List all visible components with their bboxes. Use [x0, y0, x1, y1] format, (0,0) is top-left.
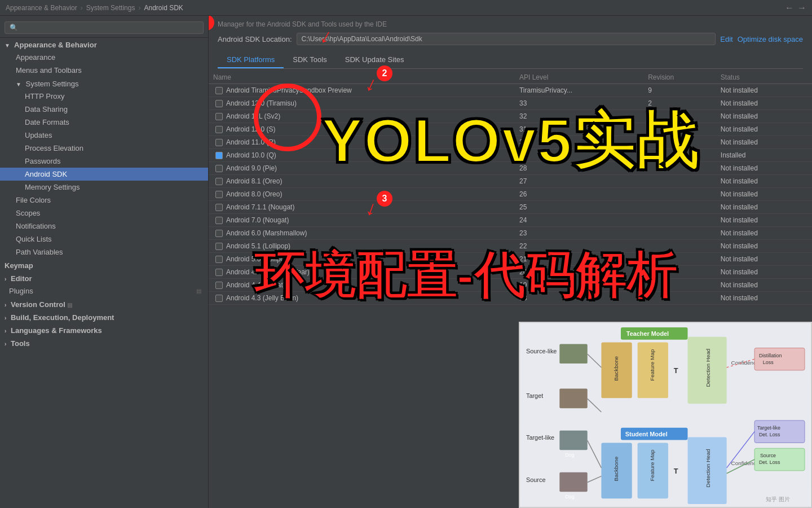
row-name: Android 11.0 (R) — [209, 136, 515, 149]
sidebar-group-label: Languages & Frameworks — [11, 326, 102, 335]
row-checkbox[interactable] — [215, 100, 223, 107]
sidebar-item-process-elevation[interactable]: Process Elevation — [0, 142, 208, 155]
row-rev — [643, 279, 716, 292]
row-name: Android 4.3 (Jelly Bean) — [209, 292, 515, 305]
svg-text:Student Model: Student Model — [625, 431, 668, 437]
forward-arrow-icon[interactable]: → — [797, 3, 806, 13]
breadcrumb-part-2[interactable]: System Settings — [86, 4, 135, 12]
row-checkbox[interactable] — [215, 243, 223, 250]
breadcrumb-part-3: Android SDK — [144, 4, 183, 12]
svg-text:Backbone: Backbone — [613, 356, 619, 380]
tab-sdk-tools[interactable]: SDK Tools — [284, 52, 336, 68]
svg-text:知乎 图片: 知乎 图片 — [766, 496, 790, 502]
back-arrow-icon[interactable]: ← — [785, 3, 794, 13]
row-checkbox[interactable] — [215, 126, 223, 133]
row-name-text: Android 7.1.1 (Nougat) — [226, 203, 294, 211]
row-checkbox[interactable] — [215, 165, 223, 172]
svg-text:T: T — [674, 467, 678, 475]
sidebar-item-menus-toolbars[interactable]: Menus and Toolbars — [0, 64, 208, 77]
search-input[interactable] — [5, 21, 204, 34]
table-row: Android 12L (Sv2)321Not installed — [209, 110, 812, 123]
sidebar-item-data-sharing[interactable]: Data Sharing — [0, 103, 208, 116]
svg-rect-31 — [754, 348, 805, 370]
row-name: Android 10.0 (Q) — [209, 149, 515, 162]
sidebar-item-plugins[interactable]: Plugins ▤ — [0, 284, 208, 297]
row-status: Not installed — [716, 227, 812, 240]
sidebar-item-scopes[interactable]: Scopes — [0, 207, 208, 220]
row-status: Not installed — [716, 136, 812, 149]
table-row: Android 9.0 (Pie)28Not installed — [209, 162, 812, 175]
sidebar-group-build[interactable]: › Build, Execution, Deployment — [0, 310, 208, 323]
sidebar-group-languages[interactable]: › Languages & Frameworks — [0, 323, 208, 336]
row-checkbox[interactable] — [215, 113, 223, 120]
row-name: Android 5.0 (Lollipop) — [209, 253, 515, 266]
row-checkbox[interactable] — [215, 282, 223, 289]
nav-arrows: ← → — [785, 3, 806, 13]
row-name-text: Android 4.4 (KitKat) — [226, 281, 285, 289]
expand-arrow-icon: › — [5, 328, 6, 334]
sdk-table-body: Android TiramisuPrivacySandbox PreviewTi… — [209, 84, 812, 305]
row-name-text: Android 8.1 (Oreo) — [226, 177, 282, 185]
row-name: Android TiramisuPrivacySandbox Preview — [209, 84, 515, 97]
sidebar-item-notifications[interactable]: Notifications — [0, 220, 208, 233]
sidebar-item-android-sdk[interactable]: Android SDK — [0, 168, 208, 181]
row-checkbox[interactable] — [215, 269, 223, 276]
sidebar-item-appearance[interactable]: Appearance — [0, 51, 208, 64]
row-name: Android 7.1.1 (Nougat) — [209, 201, 515, 214]
sidebar-item-path-variables[interactable]: Path Variables — [0, 246, 208, 259]
row-checkbox[interactable] — [215, 217, 223, 224]
row-name-text: Android 9.0 (Pie) — [226, 164, 277, 172]
sidebar-subgroup-label: System Settings — [26, 80, 79, 88]
edit-button[interactable]: Edit — [720, 35, 732, 43]
sidebar-item-memory-settings[interactable]: Memory Settings — [0, 181, 208, 194]
row-checkbox[interactable] — [215, 191, 223, 198]
row-api: 19 — [515, 279, 643, 292]
row-checkbox[interactable] — [215, 295, 223, 302]
sidebar-item-label: Android SDK — [25, 170, 67, 178]
svg-rect-6 — [559, 389, 587, 409]
sidebar-group-version-control[interactable]: › Version Control ▤ — [0, 297, 208, 310]
row-name-text: Android TiramisuPrivacySandbox Preview — [226, 86, 352, 94]
sidebar-subgroup-system-settings[interactable]: ▼ System Settings — [0, 77, 208, 90]
optimize-button[interactable]: Optimize disk space — [738, 35, 803, 43]
sidebar-group-keymap[interactable]: Keymap — [0, 259, 208, 271]
row-checkbox[interactable] — [215, 178, 223, 185]
svg-text:Target-like: Target-like — [757, 425, 780, 431]
sidebar-item-passwords[interactable]: Passwords — [0, 155, 208, 168]
sidebar-item-label: Memory Settings — [25, 183, 80, 191]
sdk-location-input[interactable] — [297, 33, 716, 45]
sidebar-item-file-colors[interactable]: File Colors — [0, 194, 208, 207]
sidebar-item-updates[interactable]: Updates — [0, 129, 208, 142]
row-checkbox[interactable] — [215, 139, 223, 146]
breadcrumb-part-1[interactable]: Appearance & Behavior — [6, 4, 77, 12]
breadcrumb-sep-2: › — [138, 4, 140, 12]
svg-rect-7 — [559, 431, 587, 450]
row-rev: 2 — [643, 97, 716, 110]
row-status: Not installed — [716, 279, 812, 292]
diagram-overlay: Source-like Target Target-like Source Do… — [519, 322, 812, 508]
row-checkbox[interactable] — [215, 87, 223, 94]
row-rev — [643, 123, 716, 136]
svg-text:Det. Loss: Det. Loss — [759, 459, 780, 465]
row-checkbox[interactable] — [215, 256, 223, 263]
row-api: 30 — [515, 136, 643, 149]
svg-text:Backbone: Backbone — [613, 456, 619, 481]
sidebar-item-date-formats[interactable]: Date Formats — [0, 116, 208, 129]
tab-sdk-update-sites[interactable]: SDK Update Sites — [336, 52, 413, 68]
col-api: API Level — [515, 71, 643, 84]
tab-sdk-platforms[interactable]: SDK Platforms — [218, 52, 284, 68]
table-row: Android 7.1.1 (Nougat)25Not installed — [209, 201, 812, 214]
row-rev — [643, 149, 716, 162]
sidebar-group-tools[interactable]: › Tools — [0, 336, 208, 349]
row-api: 28 — [515, 162, 643, 175]
sidebar-item-label: Process Elevation — [25, 144, 83, 152]
sidebar-group-appearance-behavior[interactable]: ▼ Appearance & Behavior — [0, 38, 208, 51]
row-api: 25 — [515, 201, 643, 214]
sidebar-item-http-proxy[interactable]: HTTP Proxy — [0, 90, 208, 103]
row-checkbox[interactable] — [215, 230, 223, 237]
sidebar-group-editor[interactable]: › Editor — [0, 271, 208, 284]
sidebar-item-quick-lists[interactable]: Quick Lists — [0, 233, 208, 246]
row-checkbox[interactable] — [215, 204, 223, 211]
row-name-text: Android 4.3 (Jelly Bean) — [226, 294, 298, 302]
row-checkbox[interactable] — [215, 152, 223, 159]
